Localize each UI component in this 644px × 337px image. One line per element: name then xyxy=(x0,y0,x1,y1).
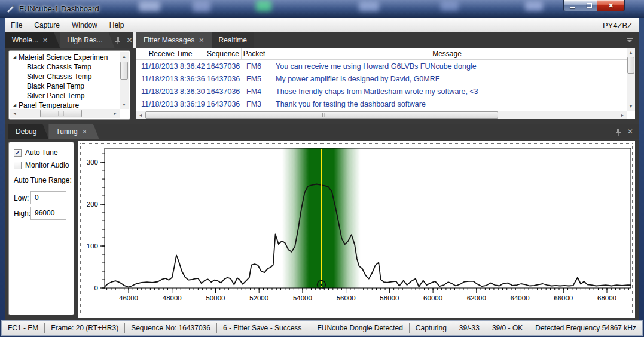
cell-message: Thank you for testing the dashboard soft… xyxy=(267,100,627,108)
close-window-button[interactable]: ✕ xyxy=(597,0,625,11)
tree-item-black-panel-temp[interactable]: Black Panel Temp xyxy=(10,81,120,91)
left-tabstrip: Whole... ✕ High Res... ✕ xyxy=(5,32,133,48)
minimize-icon xyxy=(570,7,575,8)
low-input[interactable] xyxy=(30,191,66,204)
cell-message: Those friendly chaps from Martlesham wro… xyxy=(267,87,627,96)
menu-capture[interactable]: Capture xyxy=(28,19,66,32)
expander-icon[interactable]: ◢ xyxy=(10,53,19,62)
tree-item-label: Black Chassis Temp xyxy=(27,62,91,72)
maximize-icon xyxy=(587,3,592,8)
tree-horizontal-scrollbar[interactable]: ◄ ► xyxy=(10,109,120,118)
tree-item-label: Panel Temperature xyxy=(19,101,79,109)
scroll-down-icon[interactable]: ▼ xyxy=(120,100,129,109)
scroll-right-icon[interactable]: ► xyxy=(618,111,627,119)
scroll-down-icon[interactable]: ▼ xyxy=(627,102,635,111)
scroll-up-icon[interactable]: ▲ xyxy=(120,52,129,61)
status-dongle: FUNcube Dongle Detected xyxy=(311,323,408,333)
pin-icon[interactable] xyxy=(115,37,121,44)
x-tick-label: 62000 xyxy=(467,295,486,302)
monitor-audio-row: Monitor Audio xyxy=(14,161,69,169)
high-input[interactable] xyxy=(30,207,66,220)
col-receive-time[interactable]: Receive Time xyxy=(136,48,205,59)
tab-fitter-messages[interactable]: Fitter Messages ✕ xyxy=(136,32,212,48)
x-tick-label: 56000 xyxy=(337,295,356,302)
tab-debug[interactable]: Debug xyxy=(8,124,48,139)
bottom-tabstrip: Debug Tuning ✕ ✕ xyxy=(5,124,639,139)
scroll-left-icon[interactable]: ◄ xyxy=(10,109,19,118)
table-row[interactable]: 11/18/2013 8:36:19 PM 16437036 FM3 Thank… xyxy=(136,98,627,110)
tab-tuning-close-icon[interactable]: ✕ xyxy=(82,128,87,136)
scroll-thumb[interactable] xyxy=(120,62,128,80)
scroll-right-icon[interactable]: ► xyxy=(111,109,120,118)
col-sequence[interactable]: Sequence xyxy=(205,48,242,59)
tree-item-black-chassis-temp[interactable]: Black Chassis Temp xyxy=(10,62,120,72)
menu-file[interactable]: File xyxy=(5,19,28,32)
tree-item-label: Silver Chassis Temp xyxy=(27,72,91,81)
menu-window[interactable]: Window xyxy=(66,19,103,32)
status-frame: Frame: 20 (RT+HR3) xyxy=(44,323,124,333)
expander-icon[interactable]: ◢ xyxy=(10,101,19,109)
tab-whole-close-icon[interactable]: ✕ xyxy=(42,37,48,44)
tab-whole-label: Whole... xyxy=(12,36,38,44)
scroll-left-icon[interactable]: ◄ xyxy=(136,111,145,119)
caption-buttons: ✕ xyxy=(563,0,625,11)
tab-high-res[interactable]: High Res... xyxy=(60,32,114,48)
y-tick-label: 200 xyxy=(87,201,98,208)
y-tick-label: 300 xyxy=(87,159,98,166)
tab-tuning-label: Tuning xyxy=(56,127,77,136)
tree-vertical-scrollbar[interactable]: ▲ ▼ xyxy=(120,52,129,109)
cell-packet: FM6 xyxy=(242,62,267,71)
scroll-thumb[interactable] xyxy=(145,111,498,119)
x-tick-label: 48000 xyxy=(163,295,182,302)
bottom-strip-controls: ✕ xyxy=(615,124,639,139)
tab-whole-orbit[interactable]: Whole... ✕ xyxy=(5,32,60,48)
window-title: FUNcube-1 Dashboard xyxy=(19,4,99,13)
tab-tuning[interactable]: Tuning ✕ xyxy=(48,124,99,139)
y-tick-label: 100 xyxy=(87,242,98,250)
dock-area: Whole... ✕ High Res... ✕ Fitter Messages… xyxy=(5,32,639,320)
minimize-button[interactable] xyxy=(563,0,581,11)
doc-strip-controls xyxy=(627,32,639,48)
titlebar[interactable]: FUNcube-1 Dashboard ✕ xyxy=(0,0,644,18)
high-label: High: xyxy=(14,210,30,218)
scroll-up-icon[interactable]: ▲ xyxy=(627,48,635,57)
callsign-label: PY4ZBZ xyxy=(603,21,639,30)
tree-item-panel-temperature[interactable]: ◢ Panel Temperature xyxy=(10,101,120,109)
menu-help[interactable]: Help xyxy=(103,19,130,32)
pin-icon[interactable] xyxy=(615,128,621,136)
table-horizontal-scrollbar[interactable]: ◄ ► xyxy=(136,111,627,119)
status-detected-frequency: Detected Frequency 54867 kHz xyxy=(529,323,642,333)
x-tick-label: 54000 xyxy=(293,295,312,302)
col-packet[interactable]: Packet xyxy=(242,48,267,59)
tab-realtime[interactable]: Realtime xyxy=(212,32,254,48)
tab-list-dropdown-icon[interactable] xyxy=(627,38,633,42)
auto-tune-checkbox[interactable] xyxy=(14,149,22,157)
cell-packet: FM3 xyxy=(242,100,267,108)
tree-item-silver-panel-temp[interactable]: Silver Panel Temp xyxy=(10,91,120,101)
table-row[interactable]: 11/18/2013 8:36:30 PM 16437036 FM4 Those… xyxy=(136,85,627,98)
auto-tune-label: Auto Tune xyxy=(25,148,58,157)
table-vertical-scrollbar[interactable]: ▲ ▼ xyxy=(627,48,635,111)
status-capturing: Capturing xyxy=(409,323,453,333)
cell-receive-time: 11/18/2013 8:36:42 PM xyxy=(136,62,205,71)
telemetry-tree-panel: ◢ Material Science Experimen Black Chass… xyxy=(8,50,130,120)
x-tick-label: 52000 xyxy=(249,295,268,302)
table-header: Receive Time Sequence Packet Message xyxy=(136,48,627,60)
maximize-button[interactable] xyxy=(581,0,597,11)
close-pane-icon[interactable]: ✕ xyxy=(627,127,633,136)
scroll-thumb[interactable] xyxy=(40,110,82,117)
col-message[interactable]: Message xyxy=(267,48,627,59)
table-row[interactable]: 11/18/2013 8:36:36 PM 16437036 FM5 My po… xyxy=(136,72,627,85)
cell-sequence: 16437036 xyxy=(205,62,242,71)
tab-fitter-close-icon[interactable]: ✕ xyxy=(199,37,204,44)
scroll-thumb[interactable] xyxy=(627,57,634,74)
spectrum-chart[interactable]: 4600048000500005200054000560005800060000… xyxy=(78,141,635,318)
close-pane-icon[interactable]: ✕ xyxy=(127,36,133,44)
monitor-audio-checkbox[interactable] xyxy=(14,162,22,169)
tree-item-material-science[interactable]: ◢ Material Science Experimen xyxy=(10,53,120,62)
table-row[interactable]: 11/18/2013 8:36:42 PM 16437036 FM6 You c… xyxy=(136,60,627,72)
x-tick-label: 60000 xyxy=(423,295,442,302)
cell-receive-time: 11/18/2013 8:36:30 PM xyxy=(136,87,205,96)
tuning-panel: Auto Tune Monitor Audio Auto Tune Range:… xyxy=(8,142,74,315)
tree-item-silver-chassis-temp[interactable]: Silver Chassis Temp xyxy=(10,72,120,81)
